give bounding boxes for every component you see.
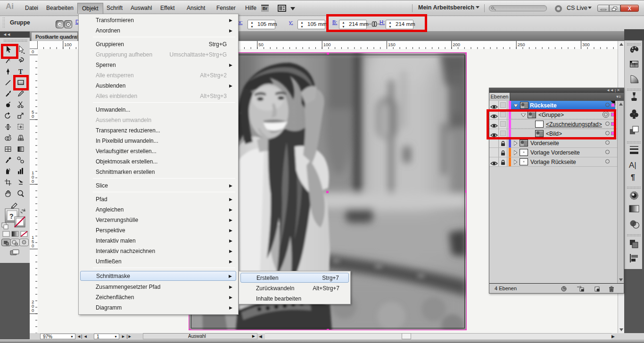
svg-text:300: 300 [582, 42, 590, 47]
svg-text:A|: A| [629, 161, 636, 170]
svg-text:T: T [18, 68, 23, 75]
svg-text:0: 0 [32, 114, 34, 119]
svg-text:250: 250 [518, 42, 525, 47]
svg-text:100: 100 [323, 42, 331, 47]
svg-text:200: 200 [453, 42, 460, 47]
svg-text:150: 150 [388, 42, 396, 47]
svg-text:0: 0 [32, 49, 34, 54]
svg-text:0: 0 [32, 179, 34, 184]
svg-text:50: 50 [258, 42, 264, 47]
svg-text:0: 0 [32, 308, 34, 313]
svg-text:¶: ¶ [631, 173, 635, 181]
svg-text:?: ? [9, 212, 14, 220]
svg-text:100: 100 [64, 42, 72, 47]
svg-text:0: 0 [32, 243, 34, 248]
